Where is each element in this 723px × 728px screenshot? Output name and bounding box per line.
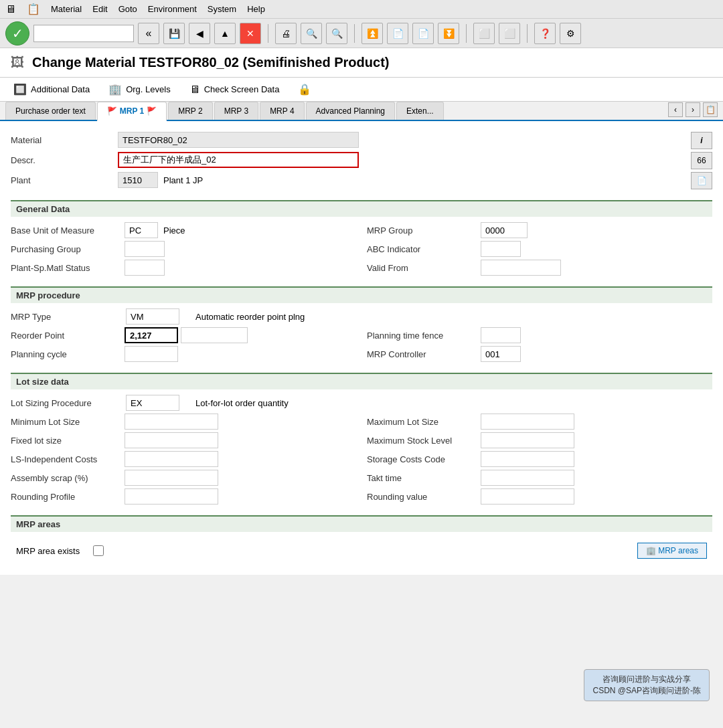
tab-menu-button[interactable]: 📋	[703, 102, 718, 117]
info-button[interactable]: i	[691, 132, 712, 149]
confirm-button[interactable]: ✓	[5, 21, 29, 46]
tab-mrp1[interactable]: 🚩 MRP 1 🚩	[97, 102, 167, 121]
abc-indicator-input[interactable]	[481, 241, 521, 257]
mrp-left: Reorder Point Planning cycle	[11, 327, 356, 365]
rounding-profile-input[interactable]	[125, 488, 218, 505]
tab-prev-button[interactable]: ‹	[668, 102, 683, 117]
descr-input[interactable]	[118, 152, 359, 168]
find-next-button[interactable]: 🔍	[326, 23, 347, 44]
menu-help[interactable]: Help	[247, 4, 265, 14]
reorder-extra-input[interactable]	[181, 327, 248, 343]
tab-purchase-order-text[interactable]: Purchase order text	[5, 102, 96, 120]
menu-goto[interactable]: Goto	[118, 4, 137, 14]
tab-mrp1-label: MRP 1	[120, 106, 144, 116]
rounding-profile-label: Rounding Profile	[11, 492, 125, 502]
abc-indicator-label: ABC Indicator	[367, 244, 481, 254]
assembly-scrap-input[interactable]	[125, 470, 218, 486]
planning-time-fence-input[interactable]	[481, 327, 521, 343]
storage-costs-input[interactable]	[481, 451, 574, 467]
save-button[interactable]: 💾	[163, 23, 185, 44]
rounding-value-input[interactable]	[481, 488, 574, 505]
check-screen-label: Check Screen Data	[204, 84, 280, 94]
layout2-button[interactable]: ⬜	[499, 23, 520, 44]
descr-row: Descr.	[11, 152, 677, 168]
menu-system[interactable]: System	[208, 4, 236, 14]
takt-time-input[interactable]	[481, 470, 574, 486]
lock-button[interactable]: 🔒	[295, 82, 314, 97]
assembly-scrap-label: Assembly scrap (%)	[11, 473, 125, 483]
help-button[interactable]: ❓	[534, 23, 556, 44]
tab-mrp3-label: MRP 3	[224, 106, 248, 116]
toolbar: ✓ « 💾 ◀ ▲ ✕ 🖨 🔍 🔍 ⏫ 📄 📄 ⏬ ⬜ ⬜ ❓ ⚙	[0, 19, 723, 48]
lot-sizing-input[interactable]	[126, 395, 179, 411]
settings-button[interactable]: ⚙	[560, 23, 581, 44]
lot-sizing-label: Lot Sizing Procedure	[11, 398, 118, 408]
menu-bar: 🖥 📋 Material Edit Goto Environment Syste…	[0, 0, 723, 19]
document-button[interactable]: 📄	[691, 172, 712, 189]
back-button[interactable]: «	[138, 23, 159, 44]
mrp-type-input[interactable]	[126, 308, 179, 325]
prev-page-button[interactable]: 📄	[387, 23, 408, 44]
tab-mrp2[interactable]: MRP 2	[168, 102, 212, 120]
fixed-lot-size-input[interactable]	[125, 432, 218, 448]
mrp-type-desc: Automatic reorder point plng	[195, 312, 305, 322]
check-screen-data-button[interactable]: 🖥 Check Screen Data	[187, 82, 283, 97]
tab-mrp3[interactable]: MRP 3	[214, 102, 258, 120]
title-bar: 🖼 Change Material TESTFOR80_02 (Semifini…	[0, 48, 723, 78]
print-button[interactable]: 🖨	[275, 23, 297, 44]
mrp-controller-input[interactable]	[481, 346, 521, 362]
find-button[interactable]: 🔍	[301, 23, 322, 44]
menu-environment[interactable]: Environment	[148, 4, 197, 14]
mrp-area-exists-checkbox[interactable]	[93, 545, 104, 556]
cancel-button[interactable]: ✕	[240, 23, 261, 44]
plant-code-input[interactable]	[118, 172, 158, 188]
tab-next-button[interactable]: ›	[686, 102, 700, 117]
mrp-type-label: MRP Type	[11, 312, 118, 322]
general-data-section: Base Unit of Measure Piece Purchasing Gr…	[11, 222, 712, 278]
tab-mrp4[interactable]: MRP 4	[260, 102, 304, 120]
reorder-point-input[interactable]	[125, 327, 178, 343]
last-page-button[interactable]: ⏬	[438, 23, 459, 44]
tab-exten[interactable]: Exten...	[396, 102, 444, 120]
prev-button[interactable]: ◀	[189, 23, 210, 44]
planning-cycle-input[interactable]	[125, 346, 178, 362]
mrp-areas-icon: 🏢	[646, 546, 656, 555]
valid-from-input[interactable]	[481, 260, 561, 276]
base-unit-input[interactable]	[125, 222, 158, 238]
ls-independent-input[interactable]	[125, 451, 218, 467]
mrp-group-input[interactable]	[481, 222, 528, 238]
menu-edit[interactable]: Edit	[92, 4, 107, 14]
title-icon: 🖼	[11, 55, 24, 70]
copy-button[interactable]: 66	[691, 152, 712, 169]
tab-advanced-planning[interactable]: Advanced Planning	[306, 102, 395, 120]
layout1-button[interactable]: ⬜	[473, 23, 495, 44]
plant-name: Plant 1 JP	[163, 175, 203, 185]
min-lot-size-input[interactable]	[125, 414, 218, 430]
org-levels-icon: 🏢	[108, 83, 122, 96]
planning-time-fence-label: Planning time fence	[367, 331, 481, 341]
menu-material[interactable]: Material	[51, 4, 82, 14]
purchasing-group-input[interactable]	[125, 241, 165, 257]
max-stock-level-input[interactable]	[481, 432, 574, 448]
first-page-button[interactable]: ⏫	[362, 23, 383, 44]
next-page-button[interactable]: 📄	[412, 23, 434, 44]
tab-mrp1-flag-icon: 🚩	[107, 106, 117, 116]
plant-status-input[interactable]	[125, 260, 165, 276]
storage-costs-label: Storage Costs Code	[367, 454, 481, 464]
rounding-value-row: Rounding value	[367, 488, 712, 505]
assembly-scrap-row: Assembly scrap (%)	[11, 470, 356, 486]
up-button[interactable]: ▲	[214, 23, 236, 44]
material-input[interactable]	[118, 132, 359, 148]
org-levels-button[interactable]: 🏢 Org. Levels	[106, 82, 173, 97]
max-stock-level-label: Maximum Stock Level	[367, 436, 481, 446]
tab-purchase-label: Purchase order text	[15, 106, 86, 116]
mrp-areas-button[interactable]: 🏢 MRP areas	[637, 543, 707, 559]
app-icon2: 📋	[27, 3, 40, 15]
material-info-buttons: i 66 📄	[691, 132, 712, 189]
max-lot-size-input[interactable]	[481, 414, 574, 430]
mrp-group-label: MRP Group	[367, 225, 481, 236]
command-input[interactable]	[33, 25, 134, 42]
additional-data-button[interactable]: 🔲 Additional Data	[11, 82, 92, 97]
max-stock-level-row: Maximum Stock Level	[367, 432, 712, 448]
ls-independent-row: LS-Independent Costs	[11, 451, 356, 467]
